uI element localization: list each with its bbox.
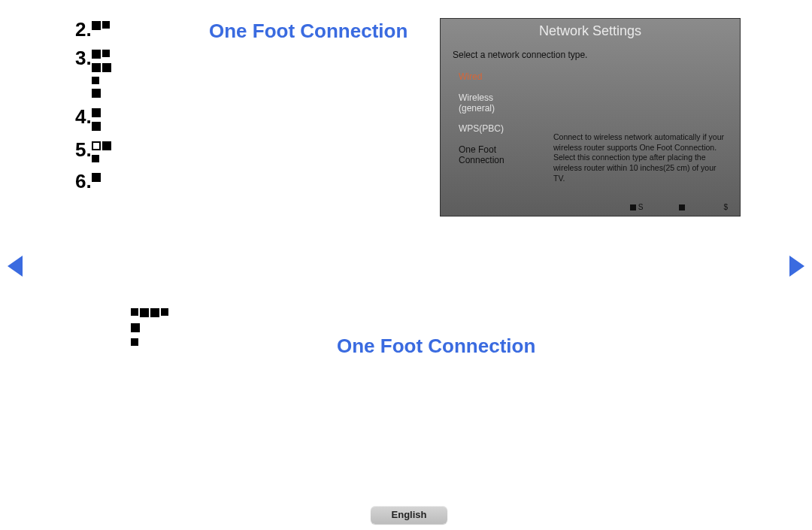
dialog-body: Wired Wireless (general) WPS(PBC) One Fo… bbox=[441, 68, 740, 195]
option-wireless-line2: (general) bbox=[459, 103, 495, 114]
language-button[interactable]: English bbox=[371, 506, 447, 524]
list-glyphs bbox=[92, 171, 101, 182]
option-wired[interactable]: Wired bbox=[459, 72, 541, 83]
footer-hint-a: S bbox=[630, 203, 644, 211]
network-settings-dialog: Network Settings Select a network connec… bbox=[440, 18, 741, 217]
dot-icon bbox=[630, 204, 636, 210]
option-one-foot-line1: One Foot bbox=[459, 144, 496, 155]
heading-one-foot-mid: One Foot Connection bbox=[337, 335, 535, 358]
list-item-6: 6. bbox=[75, 171, 139, 191]
list-item-3: 3. bbox=[75, 48, 139, 98]
footer-hint-b bbox=[679, 204, 687, 210]
dialog-title: Network Settings bbox=[441, 23, 740, 39]
dialog-subtitle: Select a network connection type. bbox=[453, 50, 740, 60]
list-number: 4. bbox=[75, 107, 92, 126]
option-one-foot-line2: Connection bbox=[459, 155, 504, 165]
option-wireless[interactable]: Wireless (general) bbox=[459, 93, 541, 114]
list-glyphs bbox=[92, 140, 111, 162]
list-number: 3. bbox=[75, 48, 92, 68]
next-arrow-icon[interactable] bbox=[789, 256, 804, 277]
connection-type-list: Wired Wireless (general) WPS(PBC) One Fo… bbox=[459, 72, 541, 177]
option-wps[interactable]: WPS(PBC) bbox=[459, 124, 541, 135]
list-glyphs bbox=[92, 107, 101, 131]
list-item-6-sub bbox=[131, 308, 168, 346]
option-wireless-line1: Wireless bbox=[459, 92, 493, 103]
list-item-5: 5. bbox=[75, 140, 139, 162]
list-number: 2. bbox=[75, 20, 92, 39]
heading-one-foot-top: One Foot Connection bbox=[209, 20, 408, 43]
instruction-list: 2. 3. 4. 5. 6. bbox=[75, 20, 139, 191]
list-glyphs bbox=[92, 48, 111, 98]
option-one-foot[interactable]: One Foot Connection bbox=[459, 145, 541, 166]
list-item-2: 2. bbox=[75, 20, 139, 39]
footer-hint-c: $ bbox=[723, 203, 728, 211]
square-icon bbox=[679, 204, 685, 210]
list-glyphs bbox=[92, 20, 110, 30]
option-description: Connect to wireless network automaticall… bbox=[553, 132, 726, 183]
list-number: 5. bbox=[75, 140, 92, 159]
prev-arrow-icon[interactable] bbox=[8, 256, 23, 277]
dialog-footer: S $ bbox=[630, 203, 728, 211]
list-number: 6. bbox=[75, 171, 92, 191]
list-item-4: 4. bbox=[75, 107, 139, 131]
